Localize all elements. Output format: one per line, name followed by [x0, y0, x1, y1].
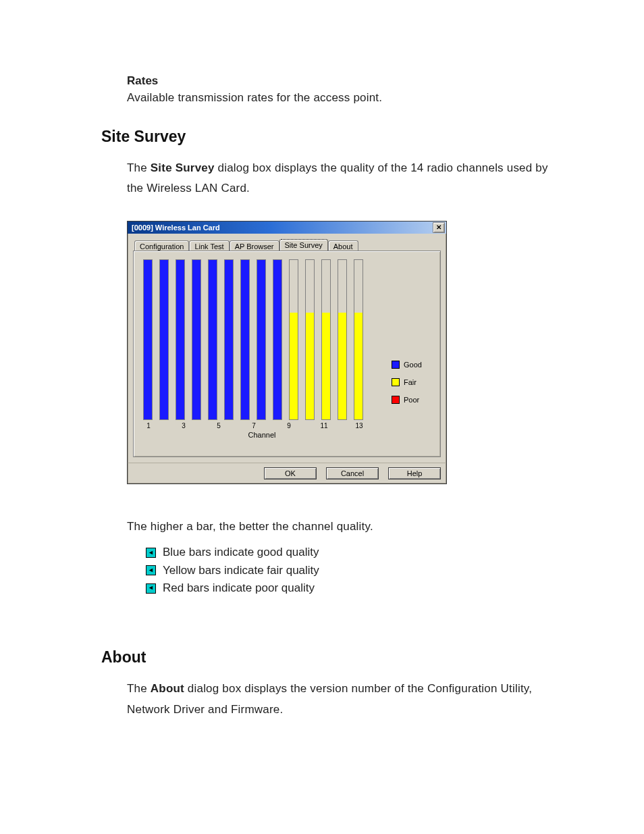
- chart-bar: [159, 259, 169, 420]
- x-tick: [231, 422, 242, 429]
- text-bold-term: Site Survey: [151, 161, 215, 174]
- legend-label: Fair: [404, 378, 417, 386]
- channel-quality-chart: 135791113 Channel: [140, 259, 383, 439]
- chart-bars: [140, 259, 383, 420]
- x-tick: 11: [319, 422, 329, 429]
- x-tick: [266, 422, 277, 429]
- site-survey-dialog: [0009] Wireless Lan Card ✕ Configuration…: [127, 221, 447, 484]
- dialog-client-area: ConfigurationLink TestAP BrowserSite Sur…: [128, 234, 446, 463]
- quality-bullet-list: ◄ Blue bars indicate good quality ◄ Yell…: [146, 544, 556, 597]
- x-tick: 9: [284, 422, 294, 429]
- swatch-icon: [392, 396, 400, 404]
- legend-item-fair: Fair: [392, 378, 422, 386]
- legend-label: Poor: [404, 396, 419, 404]
- cancel-button[interactable]: Cancel: [326, 467, 379, 479]
- chart-bar: [257, 259, 266, 420]
- text-fragment: dialog box displays the version number o…: [127, 682, 532, 716]
- site-survey-footer: The higher a bar, the better the channel…: [101, 517, 556, 538]
- x-tick: 3: [178, 422, 189, 429]
- chart-bar: [176, 259, 185, 420]
- list-item-label: Blue bars indicate good quality: [163, 544, 319, 561]
- x-tick: [161, 422, 171, 429]
- help-button[interactable]: Help: [388, 467, 441, 479]
- chart-bar: [273, 259, 282, 420]
- dialog-button-row: OK Cancel Help: [128, 463, 446, 484]
- x-tick: 1: [143, 422, 154, 429]
- tab-panel-site-survey: 135791113 Channel Good Fair: [133, 251, 441, 457]
- text-fragment: The: [127, 682, 151, 695]
- chart-bar: [289, 259, 298, 420]
- list-item: ◄ Yellow bars indicate fair quality: [146, 562, 556, 579]
- chart-bar: [338, 259, 347, 420]
- rates-description: Available transmission rates for the acc…: [127, 88, 556, 109]
- x-tick: 13: [354, 422, 365, 429]
- tab-strip: ConfigurationLink TestAP BrowserSite Sur…: [133, 239, 441, 251]
- x-tick: [196, 422, 207, 429]
- document-page: Rates Available transmission rates for t…: [0, 0, 644, 834]
- chart-bar: [192, 259, 201, 420]
- tab-site-survey[interactable]: Site Survey: [279, 239, 328, 251]
- x-tick: 5: [213, 422, 224, 429]
- list-item: ◄ Red bars indicate poor quality: [146, 579, 556, 597]
- spacer: [101, 486, 556, 517]
- site-survey-heading: Site Survey: [101, 128, 556, 146]
- x-tick: [371, 422, 382, 429]
- chart-bar: [208, 259, 217, 420]
- chart-x-label: Channel: [140, 431, 383, 439]
- chart-legend: Good Fair Poor: [392, 361, 422, 413]
- swatch-icon: [392, 361, 400, 369]
- swatch-icon: [392, 378, 400, 386]
- ok-button[interactable]: OK: [264, 467, 317, 479]
- rates-section: Rates Available transmission rates for t…: [101, 74, 556, 109]
- legend-item-poor: Poor: [392, 396, 422, 404]
- chart-bar: [143, 259, 153, 420]
- list-item-label: Red bars indicate poor quality: [163, 579, 315, 597]
- close-icon[interactable]: ✕: [433, 222, 445, 233]
- chart-bar: [240, 259, 250, 420]
- arrow-left-icon: ◄: [146, 565, 156, 575]
- chart-x-ticks: 135791113: [140, 422, 383, 429]
- legend-item-good: Good: [392, 361, 422, 369]
- x-tick: [336, 422, 347, 429]
- dialog-titlebar[interactable]: [0009] Wireless Lan Card ✕: [128, 221, 446, 234]
- text-bold-term: About: [151, 682, 184, 695]
- text-fragment: The: [127, 161, 151, 174]
- rates-heading: Rates: [127, 74, 556, 88]
- arrow-left-icon: ◄: [146, 548, 156, 558]
- chart-bar: [224, 259, 234, 420]
- chart-bar: [354, 259, 363, 420]
- arrow-left-icon: ◄: [146, 583, 156, 594]
- legend-label: Good: [404, 361, 422, 369]
- x-tick: 7: [248, 422, 259, 429]
- x-tick: [301, 422, 312, 429]
- about-paragraph: The About dialog box displays the versio…: [101, 679, 556, 720]
- site-survey-paragraph: The Site Survey dialog box displays the …: [101, 158, 556, 199]
- list-item-label: Yellow bars indicate fair quality: [163, 562, 319, 579]
- dialog-title: [0009] Wireless Lan Card: [132, 224, 220, 232]
- chart-area: 135791113 Channel Good Fair: [140, 259, 433, 439]
- chart-bar: [321, 259, 331, 420]
- about-heading: About: [101, 648, 556, 667]
- spacer: [101, 597, 556, 629]
- list-item: ◄ Blue bars indicate good quality: [146, 544, 556, 561]
- chart-bar: [305, 259, 315, 420]
